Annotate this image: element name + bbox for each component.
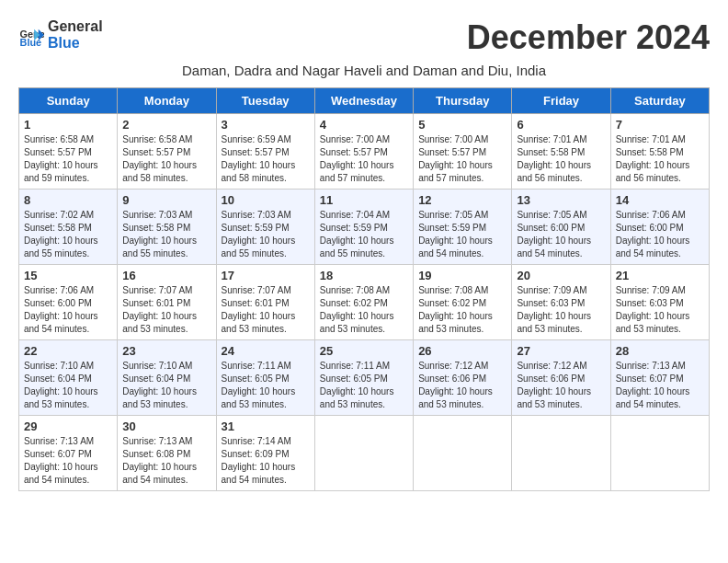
day-info: Sunrise: 7:06 AM Sunset: 6:00 PM Dayligh… <box>616 209 704 260</box>
day-cell-21: 21Sunrise: 7:09 AM Sunset: 6:03 PM Dayli… <box>610 265 709 340</box>
day-number: 20 <box>517 269 605 282</box>
calendar-body: 1Sunrise: 6:58 AM Sunset: 5:57 PM Daylig… <box>19 114 710 491</box>
day-cell-22: 22Sunrise: 7:10 AM Sunset: 6:04 PM Dayli… <box>19 340 118 416</box>
empty-cell <box>414 416 512 491</box>
svg-text:Blue: Blue <box>20 37 42 48</box>
day-cell-13: 13Sunrise: 7:05 AM Sunset: 6:00 PM Dayli… <box>512 190 610 265</box>
page-header: General Blue General Blue December 2024 <box>18 18 710 57</box>
day-info: Sunrise: 7:01 AM Sunset: 5:58 PM Dayligh… <box>517 133 605 185</box>
header-monday: Monday <box>118 88 216 114</box>
day-info: Sunrise: 7:08 AM Sunset: 6:02 PM Dayligh… <box>418 284 506 336</box>
day-number: 8 <box>24 193 112 207</box>
day-number: 2 <box>122 118 210 132</box>
day-info: Sunrise: 7:03 AM Sunset: 5:59 PM Dayligh… <box>222 209 310 260</box>
day-number: 17 <box>222 269 310 282</box>
subtitle: Daman, Dadra and Nagar Haveli and Daman … <box>18 63 710 78</box>
header-sunday: Sunday <box>19 88 118 114</box>
day-number: 30 <box>122 419 210 433</box>
calendar-table: SundayMondayTuesdayWednesdayThursdayFrid… <box>18 87 710 491</box>
day-number: 16 <box>122 269 210 282</box>
day-info: Sunrise: 7:09 AM Sunset: 6:03 PM Dayligh… <box>616 284 704 336</box>
calendar-header-row: SundayMondayTuesdayWednesdayThursdayFrid… <box>19 88 710 114</box>
day-cell-28: 28Sunrise: 7:13 AM Sunset: 6:07 PM Dayli… <box>610 340 709 416</box>
logo: General Blue General Blue <box>18 18 103 51</box>
day-info: Sunrise: 7:10 AM Sunset: 6:04 PM Dayligh… <box>24 360 112 411</box>
day-cell-25: 25Sunrise: 7:11 AM Sunset: 6:05 PM Dayli… <box>314 340 413 416</box>
day-cell-4: 4Sunrise: 7:00 AM Sunset: 5:57 PM Daylig… <box>314 114 413 190</box>
day-info: Sunrise: 7:13 AM Sunset: 6:08 PM Dayligh… <box>122 435 210 487</box>
day-info: Sunrise: 6:59 AM Sunset: 5:57 PM Dayligh… <box>222 133 310 185</box>
day-cell-29: 29Sunrise: 7:13 AM Sunset: 6:07 PM Dayli… <box>19 416 118 491</box>
day-number: 5 <box>418 118 506 132</box>
day-number: 13 <box>517 193 605 207</box>
day-number: 7 <box>616 118 704 132</box>
day-number: 22 <box>24 344 112 358</box>
day-info: Sunrise: 7:07 AM Sunset: 6:01 PM Dayligh… <box>122 284 210 336</box>
logo-blue: Blue <box>48 35 103 52</box>
day-info: Sunrise: 7:10 AM Sunset: 6:04 PM Dayligh… <box>122 360 210 411</box>
day-cell-10: 10Sunrise: 7:03 AM Sunset: 5:59 PM Dayli… <box>216 190 314 265</box>
day-info: Sunrise: 7:03 AM Sunset: 5:58 PM Dayligh… <box>122 209 210 260</box>
day-cell-30: 30Sunrise: 7:13 AM Sunset: 6:08 PM Dayli… <box>118 416 216 491</box>
day-info: Sunrise: 7:12 AM Sunset: 6:06 PM Dayligh… <box>418 360 506 411</box>
day-info: Sunrise: 7:13 AM Sunset: 6:07 PM Dayligh… <box>616 360 704 411</box>
day-cell-16: 16Sunrise: 7:07 AM Sunset: 6:01 PM Dayli… <box>118 265 216 340</box>
day-cell-11: 11Sunrise: 7:04 AM Sunset: 5:59 PM Dayli… <box>314 190 413 265</box>
week-row-5: 29Sunrise: 7:13 AM Sunset: 6:07 PM Dayli… <box>19 416 710 491</box>
day-info: Sunrise: 6:58 AM Sunset: 5:57 PM Dayligh… <box>122 133 210 185</box>
day-number: 14 <box>616 193 704 207</box>
day-cell-31: 31Sunrise: 7:14 AM Sunset: 6:09 PM Dayli… <box>216 416 314 491</box>
day-number: 31 <box>222 419 310 433</box>
day-info: Sunrise: 7:12 AM Sunset: 6:06 PM Dayligh… <box>517 360 605 411</box>
logo-icon: General Blue <box>18 22 44 48</box>
day-info: Sunrise: 7:05 AM Sunset: 6:00 PM Dayligh… <box>517 209 605 260</box>
day-cell-6: 6Sunrise: 7:01 AM Sunset: 5:58 PM Daylig… <box>512 114 610 190</box>
day-number: 26 <box>418 344 506 358</box>
day-cell-24: 24Sunrise: 7:11 AM Sunset: 6:05 PM Dayli… <box>216 340 314 416</box>
day-cell-2: 2Sunrise: 6:58 AM Sunset: 5:57 PM Daylig… <box>118 114 216 190</box>
day-info: Sunrise: 7:11 AM Sunset: 6:05 PM Dayligh… <box>222 360 310 411</box>
day-number: 27 <box>517 344 605 358</box>
day-cell-3: 3Sunrise: 6:59 AM Sunset: 5:57 PM Daylig… <box>216 114 314 190</box>
day-number: 29 <box>24 419 112 433</box>
day-cell-14: 14Sunrise: 7:06 AM Sunset: 6:00 PM Dayli… <box>610 190 709 265</box>
week-row-3: 15Sunrise: 7:06 AM Sunset: 6:00 PM Dayli… <box>19 265 710 340</box>
day-cell-15: 15Sunrise: 7:06 AM Sunset: 6:00 PM Dayli… <box>19 265 118 340</box>
day-info: Sunrise: 7:01 AM Sunset: 5:58 PM Dayligh… <box>616 133 704 185</box>
day-info: Sunrise: 7:06 AM Sunset: 6:00 PM Dayligh… <box>24 284 112 336</box>
day-info: Sunrise: 7:11 AM Sunset: 6:05 PM Dayligh… <box>320 360 408 411</box>
day-info: Sunrise: 7:08 AM Sunset: 6:02 PM Dayligh… <box>320 284 408 336</box>
day-number: 24 <box>222 344 310 358</box>
day-number: 25 <box>320 344 408 358</box>
week-row-1: 1Sunrise: 6:58 AM Sunset: 5:57 PM Daylig… <box>19 114 710 190</box>
day-info: Sunrise: 7:07 AM Sunset: 6:01 PM Dayligh… <box>222 284 310 336</box>
day-cell-23: 23Sunrise: 7:10 AM Sunset: 6:04 PM Dayli… <box>118 340 216 416</box>
day-number: 1 <box>24 118 112 132</box>
day-info: Sunrise: 6:58 AM Sunset: 5:57 PM Dayligh… <box>24 133 112 185</box>
month-title: December 2024 <box>467 18 710 57</box>
day-info: Sunrise: 7:05 AM Sunset: 5:59 PM Dayligh… <box>418 209 506 260</box>
day-number: 19 <box>418 269 506 282</box>
header-wednesday: Wednesday <box>314 88 413 114</box>
day-cell-18: 18Sunrise: 7:08 AM Sunset: 6:02 PM Dayli… <box>314 265 413 340</box>
day-cell-1: 1Sunrise: 6:58 AM Sunset: 5:57 PM Daylig… <box>19 114 118 190</box>
empty-cell <box>512 416 610 491</box>
week-row-4: 22Sunrise: 7:10 AM Sunset: 6:04 PM Dayli… <box>19 340 710 416</box>
day-info: Sunrise: 7:04 AM Sunset: 5:59 PM Dayligh… <box>320 209 408 260</box>
day-info: Sunrise: 7:02 AM Sunset: 5:58 PM Dayligh… <box>24 209 112 260</box>
day-number: 23 <box>122 344 210 358</box>
empty-cell <box>610 416 709 491</box>
day-number: 4 <box>320 118 408 132</box>
day-cell-17: 17Sunrise: 7:07 AM Sunset: 6:01 PM Dayli… <box>216 265 314 340</box>
day-info: Sunrise: 7:09 AM Sunset: 6:03 PM Dayligh… <box>517 284 605 336</box>
day-info: Sunrise: 7:13 AM Sunset: 6:07 PM Dayligh… <box>24 435 112 487</box>
day-cell-9: 9Sunrise: 7:03 AM Sunset: 5:58 PM Daylig… <box>118 190 216 265</box>
week-row-2: 8Sunrise: 7:02 AM Sunset: 5:58 PM Daylig… <box>19 190 710 265</box>
header-tuesday: Tuesday <box>216 88 314 114</box>
day-cell-26: 26Sunrise: 7:12 AM Sunset: 6:06 PM Dayli… <box>414 340 512 416</box>
header-saturday: Saturday <box>610 88 709 114</box>
day-cell-27: 27Sunrise: 7:12 AM Sunset: 6:06 PM Dayli… <box>512 340 610 416</box>
day-number: 10 <box>222 193 310 207</box>
day-info: Sunrise: 7:00 AM Sunset: 5:57 PM Dayligh… <box>418 133 506 185</box>
header-thursday: Thursday <box>414 88 512 114</box>
